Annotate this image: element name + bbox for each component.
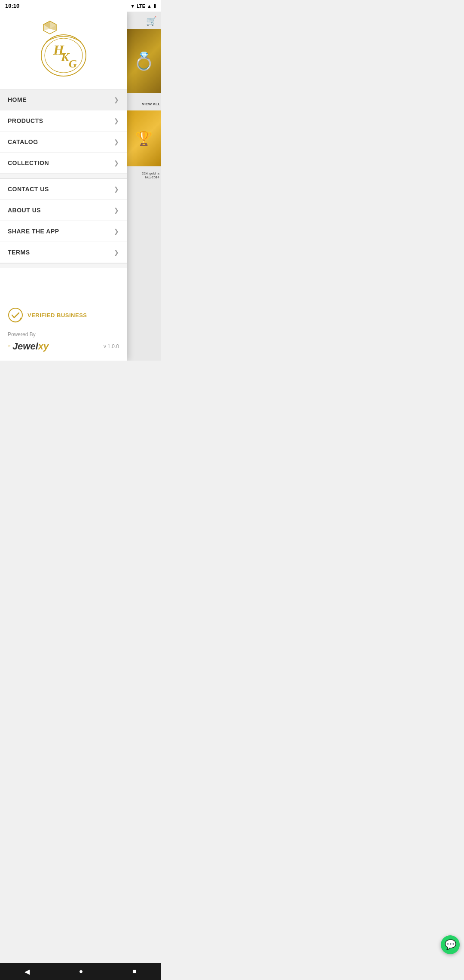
chevron-collection: ❯ <box>114 159 119 166</box>
powered-by-label: Powered By <box>8 331 119 337</box>
jewelxy-brand: ∞ Jewelxy <box>8 341 49 352</box>
menu-item-products[interactable]: PRODUCTS ❯ <box>0 110 127 132</box>
wifi-icon: ▼ <box>130 3 135 9</box>
status-bar: 10:10 ▼ LTE ▲ ▮ <box>0 0 161 12</box>
cart-icon[interactable]: 🛒 <box>146 16 157 26</box>
primary-menu: HOME ❯ PRODUCTS ❯ CATALOG ❯ COLLECTION ❯ <box>0 89 127 174</box>
menu-item-about-us[interactable]: ABOUT US ❯ <box>0 200 127 221</box>
menu-item-terms[interactable]: TERMS ❯ <box>0 242 127 263</box>
menu-item-home[interactable]: HOME ❯ <box>0 89 127 110</box>
svg-text:G: G <box>69 58 77 70</box>
svg-text:∞: ∞ <box>15 320 17 323</box>
chevron-home: ❯ <box>114 96 119 103</box>
verified-text: VERIFIED BUSINESS <box>27 312 87 318</box>
side-drawer: H K G HOME ❯ PRODUCTS ❯ CATALOG ❯ <box>0 12 127 361</box>
product-description: 22kt gold lahkg-2514 <box>141 171 160 180</box>
menu-item-share-app[interactable]: SHARE THE APP ❯ <box>0 221 127 242</box>
bg-jewelry-image-bottom <box>127 110 161 166</box>
drawer-footer: ∞ VERIFIED BUSINESS Powered By ∞ Jewelxy… <box>0 299 127 361</box>
verified-icon: ∞ <box>8 307 23 323</box>
logo-area: H K G <box>0 12 127 89</box>
menu-item-catalog[interactable]: CATALOG ❯ <box>0 132 127 153</box>
menu-separator <box>0 174 127 179</box>
hkg-logo: H K G <box>34 20 94 80</box>
bg-content: 🛒 VIEW ALL 22kt gold lahkg-2514 <box>127 12 161 361</box>
chevron-products: ❯ <box>114 117 119 124</box>
footer-separator <box>0 263 127 268</box>
lte-label: LTE <box>137 3 145 9</box>
version-label: v 1.0.0 <box>104 343 119 349</box>
battery-icon: ▮ <box>153 3 156 9</box>
chevron-about: ❯ <box>114 207 119 214</box>
chevron-terms: ❯ <box>114 249 119 256</box>
chevron-catalog: ❯ <box>114 138 119 145</box>
chevron-contact: ❯ <box>114 186 119 193</box>
secondary-menu: CONTACT US ❯ ABOUT US ❯ SHARE THE APP ❯ … <box>0 179 127 263</box>
chevron-share: ❯ <box>114 228 119 235</box>
view-all-label[interactable]: VIEW ALL <box>142 102 160 106</box>
jewelxy-logo: Jewelxy <box>12 341 49 352</box>
menu-item-collection[interactable]: COLLECTION ❯ <box>0 153 127 174</box>
signal-icon: ▲ <box>147 3 152 9</box>
verified-badge: ∞ VERIFIED BUSINESS <box>8 307 119 323</box>
status-time: 10:10 <box>5 3 19 9</box>
status-icons: ▼ LTE ▲ ▮ <box>130 3 156 9</box>
app-container: 🛒 VIEW ALL 22kt gold lahkg-2514 <box>0 12 161 361</box>
infinity-icon: ∞ <box>8 343 10 348</box>
footer-bottom: ∞ Jewelxy v 1.0.0 <box>8 341 119 352</box>
bg-jewelry-image-top <box>127 29 161 93</box>
menu-item-contact-us[interactable]: CONTACT US ❯ <box>0 179 127 200</box>
